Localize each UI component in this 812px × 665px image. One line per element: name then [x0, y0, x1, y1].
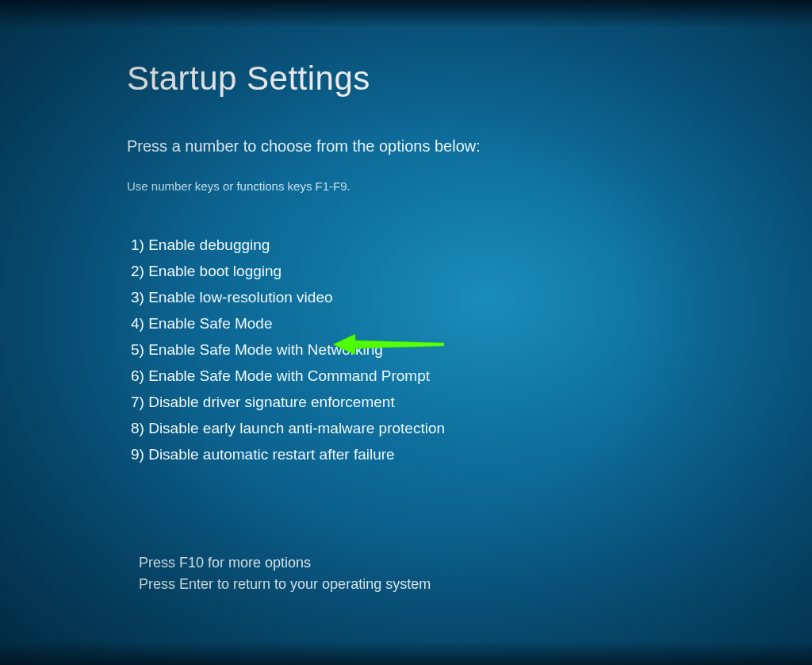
- option-7-driver-signature[interactable]: 7) Disable driver signature enforcement: [131, 394, 812, 411]
- key-hint: Use number keys or functions keys F1-F9.: [127, 179, 812, 193]
- option-5-safe-mode-networking[interactable]: 5) Enable Safe Mode with Networking: [131, 341, 812, 359]
- footer-instructions: Press F10 for more options Press Enter t…: [127, 555, 812, 593]
- page-title: Startup Settings: [127, 60, 812, 98]
- footer-f10: Press F10 for more options: [139, 555, 812, 571]
- instruction-subtitle: Press a number to choose from the option…: [127, 137, 812, 156]
- option-3-low-res-video[interactable]: 3) Enable low-resolution video: [131, 289, 812, 306]
- footer-enter: Press Enter to return to your operating …: [139, 576, 812, 593]
- startup-settings-container: Startup Settings Press a number to choos…: [0, 0, 812, 593]
- option-8-anti-malware[interactable]: 8) Disable early launch anti-malware pro…: [131, 420, 812, 437]
- option-6-safe-mode-cmd[interactable]: 6) Enable Safe Mode with Command Prompt: [131, 367, 812, 385]
- options-list: 1) Enable debugging 2) Enable boot loggi…: [127, 236, 812, 463]
- option-9-auto-restart[interactable]: 9) Disable automatic restart after failu…: [131, 446, 812, 463]
- option-4-safe-mode[interactable]: 4) Enable Safe Mode: [131, 315, 812, 332]
- option-2-boot-logging[interactable]: 2) Enable boot logging: [131, 263, 812, 280]
- option-1-debugging[interactable]: 1) Enable debugging: [131, 236, 812, 254]
- bottom-edge-shadow: [0, 641, 812, 665]
